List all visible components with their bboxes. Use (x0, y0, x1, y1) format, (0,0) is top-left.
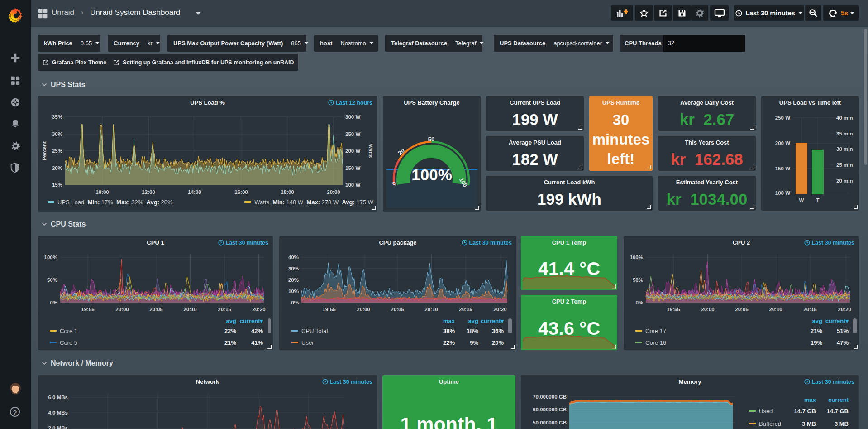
svg-text:Watts: Watts (368, 144, 373, 158)
svg-text:200 W: 200 W (345, 148, 360, 154)
svg-text:0%: 0% (50, 300, 57, 305)
svg-text:6.0 MBs: 6.0 MBs (48, 395, 68, 400)
svg-text:20:05: 20:05 (391, 307, 404, 312)
svg-text:0%: 0% (635, 300, 643, 305)
svg-text:20:20: 20:20 (493, 307, 506, 312)
svg-text:20:20: 20:20 (838, 307, 851, 312)
svg-text:50%: 50% (47, 277, 57, 283)
svg-text:20:00: 20:00 (701, 307, 714, 312)
svg-text:14:00: 14:00 (188, 189, 201, 195)
svg-text:35%: 35% (52, 114, 62, 120)
svg-text:20:20: 20:20 (252, 307, 265, 312)
svg-text:20:10: 20:10 (424, 307, 438, 312)
svg-text:100 W: 100 W (345, 182, 360, 188)
svg-text:150 W: 150 W (345, 165, 360, 171)
svg-text:60.000000 GB: 60.000000 GB (533, 407, 567, 412)
svg-text:300 W: 300 W (345, 114, 360, 120)
svg-text:T: T (816, 198, 819, 203)
svg-text:20%: 20% (52, 165, 62, 171)
svg-text:100%: 100% (44, 255, 57, 260)
svg-text:25 min: 25 min (836, 162, 853, 168)
svg-text:250 W: 250 W (775, 115, 790, 121)
svg-text:2.0 MBs: 2.0 MBs (48, 425, 68, 429)
svg-text:35 min: 35 min (836, 131, 853, 136)
svg-text:150 W: 150 W (775, 166, 790, 171)
svg-text:70.000000 GB: 70.000000 GB (533, 394, 567, 400)
svg-text:10:00: 10:00 (95, 189, 109, 195)
svg-text:4.0 MBs: 4.0 MBs (48, 410, 68, 415)
svg-text:30%: 30% (52, 131, 62, 137)
svg-text:20:00: 20:00 (327, 189, 340, 195)
svg-text:20: 20 (396, 147, 406, 157)
svg-text:19:55: 19:55 (667, 307, 680, 312)
svg-text:10%: 10% (288, 289, 299, 294)
svg-text:250 W: 250 W (345, 131, 360, 137)
svg-text:12:00: 12:00 (142, 189, 155, 195)
svg-text:20:15: 20:15 (803, 307, 817, 312)
svg-text:30%: 30% (288, 266, 299, 271)
svg-text:0%: 0% (291, 300, 299, 305)
svg-text:20:15: 20:15 (459, 307, 472, 312)
svg-text:100%: 100% (630, 255, 643, 260)
svg-text:200 W: 200 W (775, 140, 790, 146)
svg-text:50%: 50% (633, 277, 643, 283)
svg-text:100 W: 100 W (775, 190, 790, 196)
svg-text:20:00: 20:00 (115, 307, 129, 312)
svg-text:W: W (799, 198, 804, 203)
svg-text:19:55: 19:55 (81, 307, 95, 312)
svg-text:30 min: 30 min (836, 146, 853, 152)
svg-text:40 min: 40 min (836, 115, 853, 121)
svg-text:25%: 25% (52, 148, 62, 154)
svg-text:20 min: 20 min (836, 178, 853, 183)
svg-text:20%: 20% (288, 277, 299, 283)
svg-text:15%: 15% (52, 182, 62, 188)
svg-text:50: 50 (428, 136, 434, 143)
svg-text:40%: 40% (288, 255, 299, 260)
svg-text:18:00: 18:00 (281, 189, 294, 195)
svg-text:20:10: 20:10 (183, 307, 196, 312)
svg-text:20:05: 20:05 (149, 307, 163, 312)
svg-text:50.000000 GB: 50.000000 GB (533, 420, 567, 425)
svg-text:20:05: 20:05 (735, 307, 749, 312)
svg-text:20:00: 20:00 (357, 307, 370, 312)
svg-text:16:00: 16:00 (234, 189, 248, 195)
svg-text:20:10: 20:10 (769, 307, 782, 312)
svg-text:20:15: 20:15 (218, 307, 231, 312)
svg-text:19:55: 19:55 (322, 307, 336, 312)
svg-text:Percent: Percent (42, 141, 47, 160)
